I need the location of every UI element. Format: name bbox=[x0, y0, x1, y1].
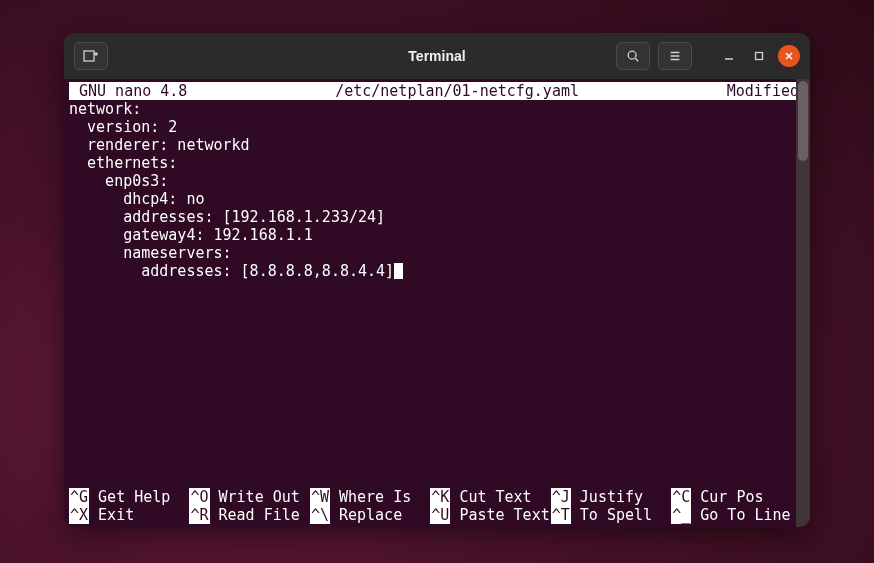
shortcut-key: ^W bbox=[310, 488, 330, 506]
svg-rect-9 bbox=[756, 53, 763, 60]
new-tab-button[interactable] bbox=[74, 42, 108, 70]
scrollbar[interactable] bbox=[796, 79, 810, 527]
shortcut-key: ^_ bbox=[671, 506, 691, 524]
nano-status: Modified bbox=[727, 82, 803, 100]
shortcut-key: ^G bbox=[69, 488, 89, 506]
nano-shortcut: ^JJustify bbox=[551, 488, 671, 506]
shortcut-label: Paste Text bbox=[450, 506, 549, 524]
editor-line: version: 2 bbox=[69, 118, 805, 136]
shortcut-label: Exit bbox=[89, 506, 134, 524]
shortcut-key: ^T bbox=[551, 506, 571, 524]
shortcut-label: Read File bbox=[210, 506, 300, 524]
nano-shortcut: ^GGet Help bbox=[69, 488, 189, 506]
shortcut-label: Write Out bbox=[210, 488, 300, 506]
shortcut-label: Replace bbox=[330, 506, 402, 524]
nano-shortcut: ^XExit bbox=[69, 506, 189, 524]
shortcut-label: Cur Pos bbox=[691, 488, 763, 506]
shortcut-key: ^X bbox=[69, 506, 89, 524]
nano-shortcut: ^CCur Pos bbox=[671, 488, 791, 506]
nano-footer: ^GGet Help^OWrite Out^WWhere Is^KCut Tex… bbox=[69, 488, 792, 524]
nano-filename: /etc/netplan/01-netcfg.yaml bbox=[187, 82, 726, 100]
maximize-button[interactable] bbox=[748, 45, 770, 67]
svg-line-4 bbox=[635, 58, 638, 61]
nano-header: GNU nano 4.8 /etc/netplan/01-netcfg.yaml… bbox=[69, 82, 805, 100]
titlebar: Terminal bbox=[64, 33, 810, 79]
nano-version: GNU nano 4.8 bbox=[71, 82, 187, 100]
editor-line: enp0s3: bbox=[69, 172, 805, 190]
nano-shortcut: ^OWrite Out bbox=[189, 488, 309, 506]
shortcut-key: ^C bbox=[671, 488, 691, 506]
editor-line: addresses: [192.168.1.233/24] bbox=[69, 208, 805, 226]
shortcut-label: To Spell bbox=[571, 506, 652, 524]
editor-line: addresses: [8.8.8.8,8.8.4.4] bbox=[69, 262, 805, 280]
svg-point-3 bbox=[628, 51, 636, 59]
maximize-icon bbox=[753, 50, 765, 62]
shortcut-key: ^R bbox=[189, 506, 209, 524]
nano-shortcut: ^\Replace bbox=[310, 506, 430, 524]
shortcut-key: ^O bbox=[189, 488, 209, 506]
nano-shortcut: ^UPaste Text bbox=[430, 506, 550, 524]
shortcut-label: Go To Line bbox=[691, 506, 790, 524]
minimize-icon bbox=[723, 50, 735, 62]
hamburger-icon bbox=[668, 49, 682, 63]
close-icon bbox=[783, 50, 795, 62]
nano-shortcut: ^TTo Spell bbox=[551, 506, 671, 524]
editor-line: gateway4: 192.168.1.1 bbox=[69, 226, 805, 244]
shortcut-label: Cut Text bbox=[450, 488, 531, 506]
window-title: Terminal bbox=[408, 48, 465, 64]
menu-button[interactable] bbox=[658, 42, 692, 70]
nano-footer-row2: ^XExit^RRead File^\Replace^UPaste Text^T… bbox=[69, 506, 792, 524]
text-cursor bbox=[394, 263, 403, 279]
editor-line: network: bbox=[69, 100, 805, 118]
shortcut-label: Get Help bbox=[89, 488, 170, 506]
editor-line: renderer: networkd bbox=[69, 136, 805, 154]
close-button[interactable] bbox=[778, 45, 800, 67]
terminal-body[interactable]: GNU nano 4.8 /etc/netplan/01-netcfg.yaml… bbox=[64, 79, 810, 527]
editor-line: dhcp4: no bbox=[69, 190, 805, 208]
editor-line: nameservers: bbox=[69, 244, 805, 262]
shortcut-label: Where Is bbox=[330, 488, 411, 506]
editor-content[interactable]: network:version: 2renderer: networkdethe… bbox=[69, 100, 805, 280]
search-icon bbox=[626, 49, 640, 63]
nano-shortcut: ^WWhere Is bbox=[310, 488, 430, 506]
nano-footer-row1: ^GGet Help^OWrite Out^WWhere Is^KCut Tex… bbox=[69, 488, 792, 506]
scrollbar-thumb[interactable] bbox=[798, 81, 808, 161]
nano-shortcut: ^KCut Text bbox=[430, 488, 550, 506]
shortcut-key: ^U bbox=[430, 506, 450, 524]
titlebar-right-controls bbox=[616, 42, 800, 70]
minimize-button[interactable] bbox=[718, 45, 740, 67]
shortcut-key: ^J bbox=[551, 488, 571, 506]
svg-rect-0 bbox=[84, 51, 94, 61]
new-tab-icon bbox=[83, 48, 99, 64]
nano-shortcut: ^_Go To Line bbox=[671, 506, 791, 524]
shortcut-label: Justify bbox=[571, 488, 643, 506]
shortcut-key: ^\ bbox=[310, 506, 330, 524]
terminal-window: Terminal bbox=[64, 33, 810, 527]
shortcut-key: ^K bbox=[430, 488, 450, 506]
search-button[interactable] bbox=[616, 42, 650, 70]
nano-shortcut: ^RRead File bbox=[189, 506, 309, 524]
editor-line: ethernets: bbox=[69, 154, 805, 172]
